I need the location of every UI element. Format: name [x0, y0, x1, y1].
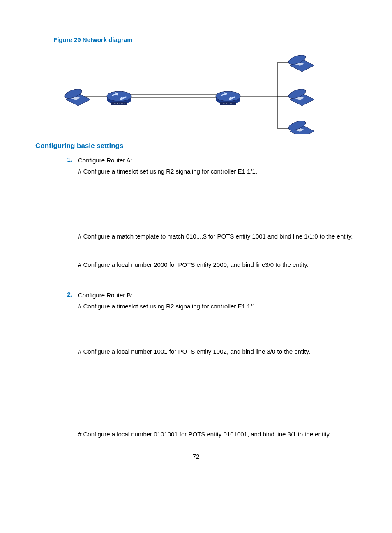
- svg-point-12: [107, 91, 131, 101]
- step-number: 2.: [35, 291, 78, 440]
- step-number: 1.: [35, 156, 78, 288]
- step-text: # Configure a timeslot set using R2 sign…: [78, 167, 357, 176]
- phone-icon: [287, 53, 314, 72]
- svg-text:ROUTER: ROUTER: [114, 102, 125, 105]
- svg-text:ROUTER: ROUTER: [223, 102, 233, 105]
- svg-point-16: [216, 91, 240, 101]
- network-diagram: ROUTER ROUTER: [53, 48, 357, 134]
- step-text: # Configure a match template to match 01…: [78, 232, 357, 241]
- step-1: 1. Configure Router A: # Configure a tim…: [35, 156, 357, 288]
- section-heading: Configuring basic settings: [35, 142, 357, 150]
- phone-icon: [287, 119, 314, 134]
- router-icon: ROUTER: [216, 91, 240, 105]
- step-text: Configure Router A:: [78, 156, 357, 165]
- page-number: 72: [35, 453, 357, 460]
- step-text: # Configure a timeslot set using R2 sign…: [78, 302, 357, 311]
- step-text: # Configure a local number 1001 for POTS…: [78, 347, 357, 357]
- phone-icon: [287, 87, 314, 106]
- router-icon: ROUTER: [107, 91, 131, 105]
- step-text: # Configure a local number 2000 for POTS…: [78, 260, 357, 270]
- step-text: Configure Router B:: [78, 291, 357, 300]
- step-text: # Configure a local number 0101001 for P…: [78, 430, 357, 439]
- figure-title: Figure 29 Network diagram: [53, 36, 357, 43]
- step-2: 2. Configure Router B: # Configure a tim…: [35, 291, 357, 440]
